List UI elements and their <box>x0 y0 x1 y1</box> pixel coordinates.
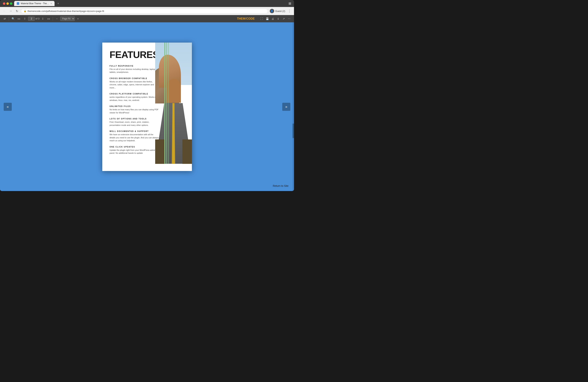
landscape-photo <box>155 42 192 164</box>
close-button[interactable] <box>3 2 5 5</box>
refresh-button[interactable]: ↻ <box>15 9 19 13</box>
minimize-button[interactable] <box>6 2 9 5</box>
toggle-sidebar-button[interactable]: ⇄ <box>2 16 7 21</box>
next-arrow-icon: » <box>285 105 287 109</box>
feature-block-7: ONE CLICK UPDATES Update the plugin righ… <box>110 146 159 155</box>
feature-desc-5: Find, Download, zoom, share, print, rota… <box>110 120 159 127</box>
tab-bar: Material Blue Theme - Theme × + <box>14 1 287 6</box>
window-controls-right <box>289 2 291 5</box>
lock-icon: 🔒 <box>24 10 26 12</box>
feature-desc-2: Works on all major modern browsers like … <box>110 80 159 89</box>
zoom-minus-button[interactable]: − <box>54 16 60 21</box>
feature-block-4: UNLIMITED FILES No limits on how many fi… <box>110 105 159 114</box>
window-control-btn[interactable] <box>289 2 291 5</box>
active-tab[interactable]: Material Blue Theme - Theme × <box>14 1 55 6</box>
scrollbar[interactable] <box>293 22 294 191</box>
back-button[interactable]: ← <box>2 9 7 13</box>
new-tab-button[interactable]: + <box>56 1 61 6</box>
prev-arrow-icon: « <box>7 105 9 109</box>
maximize-button[interactable] <box>10 2 12 5</box>
green-line-2 <box>166 42 167 164</box>
browser-frame: Material Blue Theme - Theme × + ← → ↻ 🔒 … <box>0 0 294 191</box>
user-area: 👤 Guest (2) <box>270 9 285 13</box>
return-to-site-link[interactable]: Return to Site <box>273 184 289 187</box>
tab-title: Material Blue Theme - Theme <box>21 2 49 5</box>
page-input-area: of 3 <box>28 17 40 21</box>
address-bar: ← → ↻ 🔒 themencode.com/pdfviewer/materia… <box>0 7 294 15</box>
feature-block-1: FULLY RESPONSIVE Fits on all of your dev… <box>110 65 159 74</box>
open-external-button[interactable]: ↗ <box>281 16 286 21</box>
url-text: themencode.com/pdfviewer/material-blue-t… <box>27 10 265 13</box>
photo-simulation <box>155 42 192 164</box>
road-center-line-right <box>172 103 175 164</box>
feature-block-5: LOTS OF OPTIONS AND TOOLS Find, Download… <box>110 118 159 127</box>
feature-title-2: CROSS BROWSER COMPATIBLE <box>110 77 159 79</box>
feature-desc-4: No limits on how many files you can disp… <box>110 108 159 114</box>
green-line-3 <box>168 42 169 164</box>
theme-logo: THEM / CODE <box>237 17 255 20</box>
print-button[interactable]: 🖨 <box>270 16 275 21</box>
more-options-button[interactable]: ⋯ <box>287 16 292 21</box>
pdf-content: FEATURES FULLY RESPONSIVE Fits on all of… <box>102 42 192 164</box>
tab-close-button[interactable]: × <box>50 2 52 5</box>
scrollbar-thumb[interactable] <box>293 123 294 138</box>
feature-title-3: CROSS PLATFORM COMPATIBLE <box>110 93 159 95</box>
prev-page-nav-arrow[interactable]: « <box>4 103 12 111</box>
pdf-page-title: FEATURES <box>110 50 159 59</box>
zoom-out-button[interactable]: 🔍 <box>10 16 16 21</box>
fullscreen-button[interactable]: ⛶ <box>259 16 264 21</box>
feature-title-1: FULLY RESPONSIVE <box>110 65 159 67</box>
toolbar-separator-2 <box>53 17 53 20</box>
first-page-button[interactable]: «« <box>16 16 21 21</box>
feature-desc-7: Update the plugin right from your WordPr… <box>110 149 159 155</box>
logo-code: CODE <box>246 17 255 20</box>
main-content: « FEATURES FULLY RESPONSIVE Fits on all … <box>0 22 294 191</box>
user-label: Guest (2) <box>275 10 285 13</box>
url-bar[interactable]: 🔒 themencode.com/pdfviewer/material-blue… <box>21 9 268 14</box>
green-line-1 <box>164 42 165 164</box>
next-page-button[interactable]: ⇩ <box>40 16 45 21</box>
total-pages-label: of 3 <box>35 17 40 20</box>
forward-button[interactable]: → <box>8 9 13 13</box>
next-page-nav-arrow[interactable]: » <box>282 103 290 111</box>
feature-desc-1: Fits on all of your devices including de… <box>110 68 159 74</box>
feature-title-7: ONE CLICK UPDATES <box>110 146 159 148</box>
download-button[interactable]: ⇓ <box>276 16 281 21</box>
pdf-document: FEATURES FULLY RESPONSIVE Fits on all of… <box>102 42 192 171</box>
feature-desc-3: works regardless of your operating syste… <box>110 96 159 102</box>
zoom-select[interactable]: Page Fit 50% 75% 100% 125% 150% <box>60 17 75 21</box>
save-pdf-button[interactable]: 💾 <box>265 16 270 21</box>
browser-menu-button[interactable]: ⋮ <box>287 8 292 14</box>
page-number-input[interactable] <box>28 17 35 21</box>
title-bar: Material Blue Theme - Theme × + <box>0 0 294 7</box>
feature-title-5: LOTS OF OPTIONS AND TOOLS <box>110 118 159 120</box>
ground-left <box>155 139 165 164</box>
prev-page-button[interactable]: ⇧ <box>22 16 27 21</box>
logo-them: THEM <box>237 17 245 20</box>
feature-block-6: WELL DOCUMENTED & SUPPORT We have an ext… <box>110 130 159 142</box>
pdf-right-panel <box>164 42 192 164</box>
feature-title-4: UNLIMITED FILES <box>110 105 159 107</box>
feature-title-6: WELL DOCUMENTED & SUPPORT <box>110 130 159 132</box>
feature-block-3: CROSS PLATFORM COMPATIBLE works regardle… <box>110 93 159 102</box>
traffic-lights <box>3 2 12 5</box>
feature-desc-6: We have an extensive documentation with … <box>110 133 159 142</box>
user-avatar: 👤 <box>270 9 274 13</box>
toolbar-right: THEM / CODE ⛶ 💾 🖨 ⇓ ↗ ⋯ <box>237 16 292 21</box>
terrain-container <box>155 42 192 164</box>
zoom-plus-button[interactable]: + <box>75 16 81 21</box>
tab-favicon <box>17 2 19 5</box>
pdf-toolbar: ⇄ 🔍 «« ⇧ of 3 ⇩ »» − Page Fit 50% 75% 10… <box>0 15 294 22</box>
ground-right <box>182 139 192 164</box>
zoom-area: Page Fit 50% 75% 100% 125% 150% <box>60 17 75 21</box>
feature-block-2: CROSS BROWSER COMPATIBLE Works on all ma… <box>110 77 159 89</box>
last-page-button[interactable]: »» <box>46 16 51 21</box>
